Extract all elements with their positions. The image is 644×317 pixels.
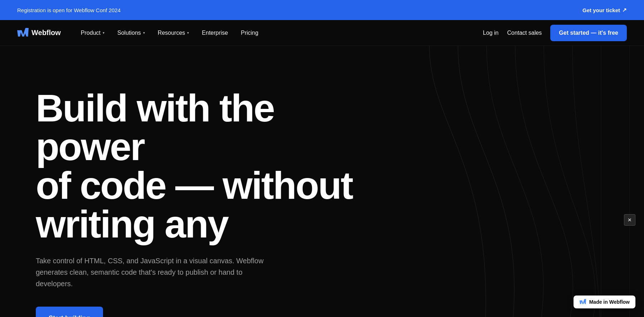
webflow-logo-icon <box>17 28 29 38</box>
external-link-icon: ↗ <box>622 7 627 13</box>
nav-product-label: Product <box>81 30 101 36</box>
nav-enterprise-label: Enterprise <box>202 30 228 36</box>
hero-background-decoration <box>358 46 644 317</box>
nav-right: Log in Contact sales Get started — it's … <box>483 25 627 41</box>
login-link[interactable]: Log in <box>483 30 499 36</box>
contact-sales-link[interactable]: Contact sales <box>507 30 542 36</box>
nav-item-product[interactable]: Product ▾ <box>75 27 110 39</box>
nav-item-pricing[interactable]: Pricing <box>235 27 264 39</box>
hero-content: Build with the power of code — without w… <box>36 89 379 317</box>
nav-resources-label: Resources <box>158 30 185 36</box>
chevron-down-icon: ▾ <box>187 31 189 35</box>
nav-item-enterprise[interactable]: Enterprise <box>196 27 234 39</box>
nav-pricing-label: Pricing <box>241 30 258 36</box>
hero-subtitle: Take control of HTML, CSS, and JavaScrip… <box>36 255 279 289</box>
announcement-link-text: Get your ticket <box>582 7 620 13</box>
announcement-bar: Registration is open for Webflow Conf 20… <box>0 0 644 20</box>
start-building-button[interactable]: Start building <box>36 307 103 317</box>
close-icon: ✕ <box>628 217 632 223</box>
made-in-webflow-label: Made in Webflow <box>589 299 630 305</box>
chevron-down-icon: ▾ <box>103 31 104 35</box>
logo-text: Webflow <box>31 29 61 37</box>
chevron-down-icon: ▾ <box>143 31 145 35</box>
hero-title: Build with the power of code — without w… <box>36 89 379 244</box>
close-button[interactable]: ✕ <box>624 214 635 226</box>
webflow-badge-logo <box>579 299 586 305</box>
nav-links: Product ▾ Solutions ▾ Resources ▾ Enterp… <box>75 27 483 39</box>
nav-item-resources[interactable]: Resources ▾ <box>152 27 195 39</box>
nav-item-solutions[interactable]: Solutions ▾ <box>112 27 151 39</box>
announcement-link[interactable]: Get your ticket ↗ <box>582 7 627 13</box>
announcement-text: Registration is open for Webflow Conf 20… <box>17 7 121 13</box>
hero-section: Build with the power of code — without w… <box>0 46 644 317</box>
logo[interactable]: Webflow <box>17 28 61 38</box>
nav-solutions-label: Solutions <box>117 30 141 36</box>
hero-title-line3: writing any <box>36 202 228 246</box>
get-started-button[interactable]: Get started — it's free <box>550 25 627 41</box>
made-in-webflow-badge[interactable]: Made in Webflow <box>574 296 635 308</box>
navbar: Webflow Product ▾ Solutions ▾ Resources … <box>0 20 644 46</box>
hero-title-line1: Build with the power <box>36 86 274 168</box>
hero-title-line2: of code — without <box>36 164 352 207</box>
